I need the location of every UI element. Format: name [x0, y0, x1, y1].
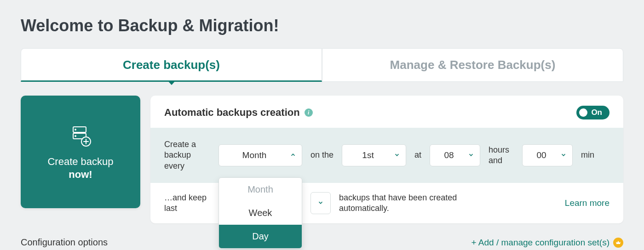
crown-icon [613, 238, 623, 248]
create-backup-now-label: Create backup now! [47, 155, 113, 181]
panel-title: Automatic backups creation [164, 107, 300, 119]
period-dropdown-list: Month Week Day [218, 177, 302, 249]
chevron-down-icon [468, 151, 474, 160]
label-keep-suffix: backups that have been created automatic… [339, 193, 495, 214]
label-create-every: Create a backup every [164, 139, 210, 171]
schedule-row: Create a backup every Month Month Week D… [150, 128, 623, 183]
period-dropdown[interactable]: Month [218, 144, 302, 166]
learn-more-link[interactable]: Learn more [565, 198, 610, 208]
server-plus-icon [68, 123, 93, 149]
tab-label: Manage & Restore Backup(s) [390, 58, 556, 72]
tab-active-caret-icon [167, 80, 176, 85]
label-min-suffix: min [581, 150, 594, 160]
period-option-day[interactable]: Day [219, 225, 302, 248]
automatic-backups-panel: Automatic backups creation i On Create a… [150, 96, 623, 223]
label-on-the: on the [310, 150, 334, 160]
add-manage-config-label: + Add / manage configuration set(s) [472, 238, 610, 248]
chevron-down-icon [394, 151, 400, 160]
tab-create-backups[interactable]: Create backup(s) [21, 48, 322, 82]
toggle-label: On [591, 108, 602, 117]
chevron-up-icon [290, 151, 296, 160]
automatic-backups-toggle[interactable]: On [576, 106, 610, 119]
period-option-week[interactable]: Week [219, 201, 302, 225]
label-at: at [414, 150, 421, 160]
tab-label: Create backup(s) [123, 58, 220, 72]
add-manage-config-sets-link[interactable]: + Add / manage configuration set(s) [472, 238, 623, 248]
dropdown-value: Month [219, 150, 290, 160]
page-title: Welcome to Backup & Migration! [21, 16, 623, 35]
toggle-dot-icon [579, 108, 587, 117]
chevron-down-icon [317, 199, 324, 208]
create-backup-now-button[interactable]: Create backup now! [21, 96, 140, 208]
dropdown-value: 1st [342, 150, 394, 160]
info-icon[interactable]: i [305, 108, 313, 117]
dropdown-value: 00 [523, 150, 560, 160]
keep-count-dropdown[interactable] [310, 192, 331, 214]
tabs: Create backup(s) Manage & Restore Backup… [21, 48, 623, 82]
dropdown-value: 08 [430, 150, 468, 160]
hour-dropdown[interactable]: 08 [430, 144, 480, 166]
chevron-down-icon [560, 151, 567, 160]
tab-manage-restore[interactable]: Manage & Restore Backup(s) [322, 48, 623, 82]
day-of-month-dropdown[interactable]: 1st [342, 144, 406, 166]
period-option-month[interactable]: Month [219, 178, 302, 201]
configuration-options-label: Configuration options [21, 237, 108, 248]
minute-dropdown[interactable]: 00 [522, 144, 573, 166]
label-keep-prefix: …and keep last [164, 193, 210, 214]
label-hours-and: hours and [489, 145, 514, 166]
